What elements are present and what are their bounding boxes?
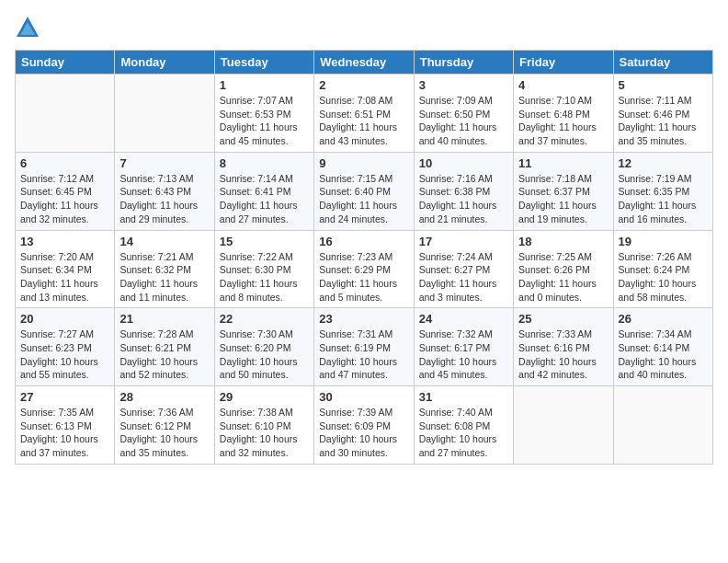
day-number: 19 [619, 235, 708, 248]
day-number: 4 [518, 78, 608, 92]
day-number: 6 [20, 156, 109, 170]
calendar-cell: 4Sunrise: 7:10 AMSunset: 6:48 PMDaylight… [514, 75, 613, 153]
calendar-cell: 24Sunrise: 7:32 AMSunset: 6:17 PMDayligh… [414, 308, 513, 386]
day-number: 2 [319, 78, 408, 92]
calendar-cell: 21Sunrise: 7:28 AMSunset: 6:21 PMDayligh… [115, 308, 214, 386]
day-info: Sunrise: 7:24 AMSunset: 6:27 PMDaylight:… [419, 250, 508, 304]
day-number: 23 [319, 312, 408, 326]
day-info: Sunrise: 7:13 AMSunset: 6:43 PMDaylight:… [119, 172, 209, 226]
day-info: Sunrise: 7:22 AMSunset: 6:30 PMDaylight:… [220, 250, 309, 304]
weekday-header-saturday: Saturday [613, 51, 712, 75]
day-number: 31 [419, 390, 508, 404]
calendar-cell: 25Sunrise: 7:33 AMSunset: 6:16 PMDayligh… [514, 308, 613, 386]
calendar-cell: 17Sunrise: 7:24 AMSunset: 6:27 PMDayligh… [414, 230, 513, 308]
calendar-cell: 26Sunrise: 7:34 AMSunset: 6:14 PMDayligh… [613, 308, 712, 386]
day-info: Sunrise: 7:11 AMSunset: 6:46 PMDaylight:… [619, 94, 708, 148]
day-number: 11 [518, 156, 608, 170]
logo-icon [15, 15, 40, 40]
weekday-header-thursday: Thursday [414, 51, 513, 75]
calendar-cell: 19Sunrise: 7:26 AMSunset: 6:24 PMDayligh… [613, 230, 712, 308]
day-number: 5 [619, 78, 708, 92]
day-number: 18 [518, 235, 608, 248]
calendar-cell: 5Sunrise: 7:11 AMSunset: 6:46 PMDaylight… [613, 75, 712, 153]
day-info: Sunrise: 7:31 AMSunset: 6:19 PMDaylight:… [319, 327, 408, 382]
day-info: Sunrise: 7:16 AMSunset: 6:38 PMDaylight:… [419, 172, 508, 226]
day-number: 25 [518, 312, 608, 326]
calendar-week-5: 27Sunrise: 7:35 AMSunset: 6:13 PMDayligh… [16, 386, 713, 465]
day-info: Sunrise: 7:35 AMSunset: 6:13 PMDaylight:… [20, 406, 109, 460]
day-number: 12 [619, 156, 708, 170]
day-number: 8 [220, 156, 309, 170]
day-number: 10 [419, 156, 508, 170]
calendar-cell [16, 75, 115, 153]
calendar-week-2: 6Sunrise: 7:12 AMSunset: 6:45 PMDaylight… [16, 152, 713, 230]
day-number: 26 [619, 312, 708, 326]
day-info: Sunrise: 7:08 AMSunset: 6:51 PMDaylight:… [319, 94, 408, 148]
day-number: 20 [20, 312, 109, 326]
day-number: 29 [220, 390, 309, 404]
logo [15, 15, 44, 40]
day-number: 9 [319, 156, 408, 170]
calendar-cell: 20Sunrise: 7:27 AMSunset: 6:23 PMDayligh… [16, 308, 115, 386]
day-number: 14 [119, 235, 209, 248]
calendar-cell: 27Sunrise: 7:35 AMSunset: 6:13 PMDayligh… [16, 386, 115, 465]
calendar-cell: 18Sunrise: 7:25 AMSunset: 6:26 PMDayligh… [514, 230, 613, 308]
weekday-header-monday: Monday [115, 51, 214, 75]
day-number: 16 [319, 235, 408, 248]
calendar-week-3: 13Sunrise: 7:20 AMSunset: 6:34 PMDayligh… [16, 230, 713, 308]
day-info: Sunrise: 7:27 AMSunset: 6:23 PMDaylight:… [20, 327, 109, 382]
day-info: Sunrise: 7:12 AMSunset: 6:45 PMDaylight:… [20, 172, 109, 226]
day-number: 24 [419, 312, 508, 326]
day-info: Sunrise: 7:28 AMSunset: 6:21 PMDaylight:… [119, 327, 209, 382]
day-number: 21 [119, 312, 209, 326]
calendar-cell [115, 75, 214, 153]
calendar-cell: 15Sunrise: 7:22 AMSunset: 6:30 PMDayligh… [214, 230, 313, 308]
day-number: 17 [419, 235, 508, 248]
calendar-cell [613, 386, 712, 465]
day-number: 28 [119, 390, 209, 404]
calendar-week-1: 1Sunrise: 7:07 AMSunset: 6:53 PMDaylight… [16, 75, 713, 153]
day-info: Sunrise: 7:09 AMSunset: 6:50 PMDaylight:… [419, 94, 508, 148]
page-header [15, 15, 713, 40]
day-info: Sunrise: 7:07 AMSunset: 6:53 PMDaylight:… [220, 94, 309, 148]
day-info: Sunrise: 7:30 AMSunset: 6:20 PMDaylight:… [220, 327, 309, 382]
day-info: Sunrise: 7:26 AMSunset: 6:24 PMDaylight:… [619, 250, 708, 304]
day-info: Sunrise: 7:36 AMSunset: 6:12 PMDaylight:… [119, 406, 209, 460]
day-number: 3 [419, 78, 508, 92]
calendar-cell: 29Sunrise: 7:38 AMSunset: 6:10 PMDayligh… [214, 386, 313, 465]
calendar-cell: 8Sunrise: 7:14 AMSunset: 6:41 PMDaylight… [214, 152, 313, 230]
weekday-header-friday: Friday [514, 51, 613, 75]
day-info: Sunrise: 7:25 AMSunset: 6:26 PMDaylight:… [518, 250, 608, 304]
calendar-cell: 3Sunrise: 7:09 AMSunset: 6:50 PMDaylight… [414, 75, 513, 153]
day-number: 27 [20, 390, 109, 404]
calendar-cell: 1Sunrise: 7:07 AMSunset: 6:53 PMDaylight… [214, 75, 313, 153]
calendar-cell: 7Sunrise: 7:13 AMSunset: 6:43 PMDaylight… [115, 152, 214, 230]
day-info: Sunrise: 7:21 AMSunset: 6:32 PMDaylight:… [119, 250, 209, 304]
day-info: Sunrise: 7:34 AMSunset: 6:14 PMDaylight:… [619, 327, 708, 382]
day-info: Sunrise: 7:14 AMSunset: 6:41 PMDaylight:… [220, 172, 309, 226]
calendar-table: SundayMondayTuesdayWednesdayThursdayFrid… [15, 50, 713, 465]
day-number: 30 [319, 390, 408, 404]
calendar-cell: 30Sunrise: 7:39 AMSunset: 6:09 PMDayligh… [314, 386, 414, 465]
calendar-cell: 9Sunrise: 7:15 AMSunset: 6:40 PMDaylight… [314, 152, 414, 230]
day-number: 7 [119, 156, 209, 170]
calendar-cell: 2Sunrise: 7:08 AMSunset: 6:51 PMDaylight… [314, 75, 414, 153]
day-info: Sunrise: 7:38 AMSunset: 6:10 PMDaylight:… [220, 406, 309, 460]
day-info: Sunrise: 7:33 AMSunset: 6:16 PMDaylight:… [518, 327, 608, 382]
day-number: 13 [20, 235, 109, 248]
calendar-cell: 14Sunrise: 7:21 AMSunset: 6:32 PMDayligh… [115, 230, 214, 308]
calendar-cell: 12Sunrise: 7:19 AMSunset: 6:35 PMDayligh… [613, 152, 712, 230]
calendar-cell: 16Sunrise: 7:23 AMSunset: 6:29 PMDayligh… [314, 230, 414, 308]
calendar-cell: 31Sunrise: 7:40 AMSunset: 6:08 PMDayligh… [414, 386, 513, 465]
day-info: Sunrise: 7:32 AMSunset: 6:17 PMDaylight:… [419, 327, 508, 382]
day-info: Sunrise: 7:19 AMSunset: 6:35 PMDaylight:… [619, 172, 708, 226]
day-info: Sunrise: 7:39 AMSunset: 6:09 PMDaylight:… [319, 406, 408, 460]
calendar-cell: 10Sunrise: 7:16 AMSunset: 6:38 PMDayligh… [414, 152, 513, 230]
day-info: Sunrise: 7:20 AMSunset: 6:34 PMDaylight:… [20, 250, 109, 304]
day-number: 22 [220, 312, 309, 326]
weekday-header-wednesday: Wednesday [314, 51, 414, 75]
day-info: Sunrise: 7:10 AMSunset: 6:48 PMDaylight:… [518, 94, 608, 148]
day-number: 1 [220, 78, 309, 92]
day-info: Sunrise: 7:18 AMSunset: 6:37 PMDaylight:… [518, 172, 608, 226]
weekday-header-tuesday: Tuesday [214, 51, 313, 75]
